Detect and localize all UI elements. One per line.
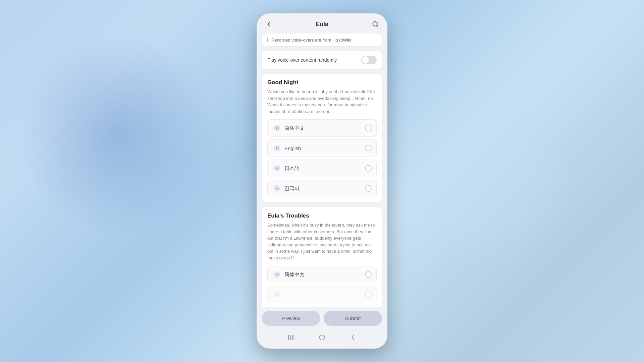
section-desc-eulas-troubles: Sometimes, when it's busy in the tavern,… — [267, 222, 377, 261]
phone-container: Eula ℹ Recorded voice-overs are from HoY… — [257, 13, 387, 349]
info-text: Recorded voice-overs are from HoYoWiki — [271, 38, 351, 43]
audio-icon — [272, 184, 281, 193]
lang-option-en-2[interactable] — [267, 286, 377, 303]
scroll-content: ℹ Recorded voice-overs are from HoYoWiki… — [257, 34, 387, 307]
radio-en-1[interactable] — [365, 145, 372, 152]
voice-over-toggle[interactable] — [361, 56, 377, 64]
lang-option-ko-1[interactable]: 한국어 — [267, 180, 377, 197]
search-button[interactable] — [370, 19, 381, 29]
lang-option-ja-1[interactable]: 日本語 — [267, 160, 377, 177]
page-title: Eula — [316, 21, 328, 28]
lang-option-en-1[interactable]: English — [267, 139, 377, 157]
section-good-night: Good Night Would you like to hear a lull… — [262, 74, 382, 202]
radio-en-2[interactable] — [365, 291, 372, 298]
radio-zh-cn-1[interactable] — [365, 125, 372, 131]
svg-line-1 — [377, 25, 378, 27]
info-icon: ℹ — [267, 37, 269, 43]
radio-ja-1[interactable] — [365, 165, 372, 172]
toggle-knob — [362, 56, 369, 64]
submit-button[interactable]: Submit — [324, 311, 382, 326]
nav-back-icon[interactable] — [346, 333, 360, 343]
action-buttons: Preview Submit — [262, 311, 382, 326]
lang-name-ja-1: 日本語 — [284, 165, 300, 172]
audio-icon-partial — [272, 290, 281, 299]
lang-name-ko-1: 한국어 — [284, 185, 300, 192]
lang-option-zh-cn-2[interactable]: 简体中文 — [267, 266, 377, 283]
section-title-eulas-troubles: Eula's Troubles — [267, 213, 377, 219]
nav-home-icon[interactable] — [315, 333, 329, 343]
radio-ko-1[interactable] — [365, 185, 372, 192]
section-desc-good-night: Would you like to hear a lullaby on the … — [267, 88, 377, 115]
header: Eula — [257, 13, 387, 34]
toggle-row: Play voice-over content randomly — [262, 51, 382, 69]
bottom-bar: Preview Submit — [257, 307, 387, 349]
audio-icon — [272, 164, 281, 173]
toggle-label: Play voice-over content randomly — [267, 57, 337, 63]
section-eulas-troubles: Eula's Troubles Sometimes, when it's bus… — [262, 207, 382, 307]
info-banner: ℹ Recorded voice-overs are from HoYoWiki — [262, 34, 382, 46]
section-title-good-night: Good Night — [267, 79, 377, 86]
radio-zh-cn-2[interactable] — [365, 271, 372, 278]
svg-rect-10 — [292, 335, 293, 340]
lang-name-zh-cn-2: 简体中文 — [284, 272, 305, 278]
lang-name-zh-cn-1: 简体中文 — [284, 125, 305, 131]
lang-name-en-1: English — [284, 145, 301, 151]
nav-bar — [262, 330, 382, 346]
svg-point-11 — [319, 335, 324, 340]
svg-rect-8 — [288, 335, 289, 340]
preview-button[interactable]: Preview — [262, 311, 320, 326]
audio-icon — [272, 144, 281, 153]
svg-rect-9 — [290, 335, 291, 340]
lang-option-zh-cn-1[interactable]: 简体中文 — [267, 119, 377, 137]
audio-icon — [272, 270, 281, 279]
back-button[interactable] — [263, 19, 274, 29]
audio-icon — [272, 124, 281, 132]
nav-menu-icon[interactable] — [284, 333, 298, 343]
